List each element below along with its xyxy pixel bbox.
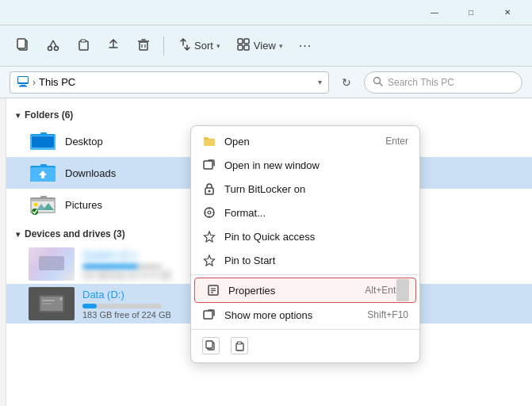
search-box[interactable]: Search This PC	[364, 71, 522, 94]
ctx-open[interactable]: Open Enter	[191, 129, 419, 153]
context-menu-bottom-icons	[191, 332, 419, 359]
format-label: Format...	[224, 207, 408, 219]
delete-icon	[136, 37, 151, 54]
ctx-bitlocker[interactable]: Turn BitLocker on	[191, 177, 419, 201]
desktop-label: Desktop	[65, 136, 103, 147]
data-drive-bar	[82, 304, 97, 308]
toolbar: Sort ▾ View ▾ ···	[0, 25, 532, 67]
os-drive-bar-container	[82, 264, 162, 269]
sort-button[interactable]: Sort ▾	[170, 32, 227, 60]
data-drive-name: Data (D:)	[82, 289, 171, 301]
maximize-button[interactable]: □	[453, 0, 489, 25]
ctx-pin-quick[interactable]: Pin to Quick access	[191, 224, 419, 248]
folders-section-header[interactable]: ▾ Folders (6)	[6, 105, 532, 125]
svg-point-3	[55, 47, 59, 51]
svg-point-48	[209, 190, 211, 193]
svg-marker-55	[205, 232, 215, 242]
folders-chevron-icon: ▾	[16, 111, 20, 120]
sort-icon	[177, 37, 191, 54]
pin-quick-icon	[202, 229, 216, 243]
sort-chevron-icon: ▾	[216, 42, 220, 50]
svg-line-5	[53, 40, 56, 47]
ctx-properties[interactable]: Properties Alt+Enter	[194, 278, 416, 303]
cut-button[interactable]	[40, 32, 67, 60]
pictures-label: Pictures	[65, 199, 102, 211]
minimize-button[interactable]: —	[416, 0, 453, 25]
data-drive-size: 183 GB free of 224 GB	[82, 310, 171, 320]
svg-rect-20	[18, 77, 28, 82]
svg-point-2	[48, 47, 52, 51]
svg-rect-63	[206, 341, 212, 348]
share-icon	[106, 37, 121, 54]
properties-label: Properties	[228, 285, 357, 297]
context-menu: Open Enter Open in new window Turn BitLo…	[190, 125, 420, 363]
bitlocker-icon	[202, 182, 216, 196]
ctx-bottom-paste-icon[interactable]	[231, 337, 248, 354]
svg-rect-33	[40, 196, 47, 199]
separator-1	[163, 36, 164, 56]
pictures-folder-icon	[29, 193, 57, 216]
address-path[interactable]: › This PC ▾	[10, 71, 329, 94]
devices-section-label: Devices and drives (3)	[25, 228, 125, 239]
svg-rect-1	[17, 39, 25, 48]
pin-quick-label: Pin to Quick access	[224, 231, 408, 243]
copy-to-button[interactable]	[10, 32, 36, 60]
svg-rect-29	[40, 164, 47, 167]
svg-point-43	[59, 297, 63, 301]
more-options-label: Show more options	[224, 309, 359, 321]
bitlocker-label: Turn BitLocker on	[224, 183, 408, 195]
data-drive-thumb	[29, 287, 75, 320]
ctx-pin-start[interactable]: Pin to Start	[191, 248, 419, 272]
more-icon: ···	[299, 39, 312, 53]
svg-rect-44	[42, 300, 55, 301]
view-chevron-icon: ▾	[279, 42, 283, 50]
open-folder-icon	[202, 134, 216, 148]
context-menu-divider-2	[191, 329, 419, 330]
delete-button[interactable]	[130, 32, 157, 60]
nav-sidebar	[0, 98, 6, 406]
copy-icon	[16, 37, 30, 54]
folders-section-label: Folders (6)	[25, 109, 73, 121]
more-options-icon	[202, 308, 216, 322]
svg-rect-40	[40, 258, 63, 269]
sort-label: Sort	[194, 40, 213, 52]
search-placeholder: Search This PC	[388, 77, 454, 88]
path-label: This PC	[39, 76, 75, 88]
pin-start-label: Pin to Start	[224, 255, 408, 266]
ctx-bottom-copy-icon[interactable]	[202, 337, 220, 354]
svg-rect-25	[32, 136, 54, 147]
close-button[interactable]: ✕	[489, 0, 526, 25]
view-label: View	[254, 40, 276, 52]
svg-line-4	[50, 40, 53, 47]
pc-icon	[17, 75, 29, 90]
os-drive-info: System (C:) XX GB free of YYY GB	[82, 249, 170, 280]
data-drive-info: Data (D:) 183 GB free of 224 GB	[82, 289, 171, 320]
os-drive-thumb	[29, 247, 75, 281]
more-options-button[interactable]: ···	[293, 32, 318, 60]
format-icon	[202, 205, 216, 220]
svg-rect-8	[140, 42, 147, 50]
svg-line-22	[380, 82, 383, 86]
path-chevron-icon: ▾	[318, 78, 322, 86]
os-drive-name: System (C:)	[82, 249, 170, 261]
downloads-folder-icon	[29, 162, 57, 184]
svg-rect-46	[204, 161, 212, 169]
open-label: Open	[224, 136, 377, 147]
svg-rect-61	[204, 311, 212, 319]
paste-button[interactable]	[70, 32, 97, 60]
svg-rect-65	[238, 342, 242, 344]
search-icon	[373, 76, 383, 89]
ctx-format[interactable]: Format...	[191, 201, 419, 224]
view-button[interactable]: View ▾	[230, 32, 289, 60]
title-bar: — □ ✕	[0, 0, 532, 25]
svg-rect-14	[244, 39, 249, 44]
ctx-more-options[interactable]: Show more options Shift+F10	[191, 303, 419, 327]
os-drive-bar	[82, 264, 138, 269]
svg-rect-6	[79, 41, 88, 50]
share-button[interactable]	[100, 32, 127, 60]
svg-rect-19	[19, 86, 27, 87]
svg-point-50	[208, 211, 211, 214]
refresh-button[interactable]: ↻	[335, 71, 358, 94]
ctx-open-new-window[interactable]: Open in new window	[191, 153, 419, 177]
window-controls: — □ ✕	[416, 0, 526, 25]
